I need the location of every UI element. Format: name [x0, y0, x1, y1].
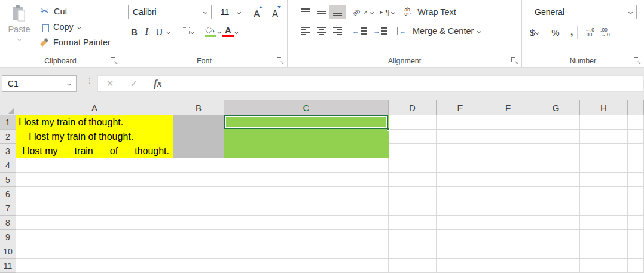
clipboard-dialog-launcher[interactable]: ↘ [110, 57, 118, 65]
cell-D4[interactable] [389, 158, 437, 173]
row-header-4[interactable]: 4 [0, 158, 16, 173]
cell-B1[interactable] [173, 115, 224, 130]
top-align-button[interactable] [297, 5, 313, 19]
fill-color-button[interactable] [205, 26, 216, 37]
cell-F5[interactable] [484, 173, 532, 187]
align-right-button[interactable] [329, 24, 346, 38]
insert-function-button[interactable]: fx [146, 78, 170, 89]
enter-button[interactable]: ✓ [122, 78, 146, 89]
cell-F6[interactable] [484, 187, 532, 201]
font-color-chevron-icon[interactable] [234, 29, 239, 33]
percent-style-button[interactable]: % [551, 27, 559, 38]
borders-chevron-icon[interactable] [190, 29, 194, 33]
cell-H7[interactable] [580, 201, 628, 216]
cell-C3[interactable] [224, 144, 389, 158]
cell-B9[interactable] [173, 230, 224, 244]
cell-partial-r3[interactable] [628, 144, 644, 158]
cell-H4[interactable] [580, 158, 628, 173]
cell-E9[interactable] [437, 230, 484, 244]
alignment-dialog-launcher[interactable]: ↘ [511, 57, 518, 65]
cell-C11[interactable] [224, 259, 389, 273]
row-header-11[interactable]: 11 [0, 259, 16, 273]
cell-E7[interactable] [437, 201, 484, 216]
cell-B10[interactable] [173, 244, 224, 259]
cell-A10[interactable] [16, 244, 173, 259]
column-header-E[interactable]: E [437, 100, 484, 115]
borders-button[interactable] [181, 27, 190, 36]
cell-F1[interactable] [484, 115, 532, 130]
increase-font-size-button[interactable]: A [249, 5, 264, 19]
cell-E6[interactable] [437, 187, 484, 201]
column-header-A[interactable]: A [16, 100, 173, 115]
cell-B6[interactable] [173, 187, 224, 201]
cell-F10[interactable] [484, 244, 532, 259]
cell-E8[interactable] [437, 216, 484, 230]
row-header-1[interactable]: 1 [0, 115, 16, 130]
cell-E5[interactable] [437, 173, 484, 187]
cell-H5[interactable] [580, 173, 628, 187]
column-header-D[interactable]: D [389, 100, 437, 115]
cell-G3[interactable] [532, 144, 580, 158]
formula-input[interactable] [174, 76, 643, 91]
cell-H3[interactable] [580, 144, 628, 158]
cell-G11[interactable] [532, 259, 580, 273]
cell-G7[interactable] [532, 201, 580, 216]
align-center-button[interactable] [313, 24, 329, 38]
row-header-2[interactable]: 2 [0, 130, 16, 144]
cell-B7[interactable] [173, 201, 224, 216]
font-family-select[interactable]: Calibri [128, 5, 212, 19]
row-header-10[interactable]: 10 [0, 244, 16, 259]
increase-decimal-button[interactable]: ←.0 .00 [585, 27, 594, 38]
cell-G10[interactable] [532, 244, 580, 259]
cell-H2[interactable] [580, 130, 628, 144]
paste-button[interactable]: Paste [4, 3, 34, 50]
cell-E4[interactable] [437, 158, 484, 173]
underline-button[interactable]: U [153, 27, 166, 37]
cell-A9[interactable] [16, 230, 173, 244]
font-color-button[interactable]: A [222, 26, 234, 37]
column-header-B[interactable]: B [173, 100, 224, 115]
bottom-align-button[interactable] [329, 5, 346, 19]
cell-partial-r2[interactable] [628, 130, 644, 144]
font-dialog-launcher[interactable]: ↘ [276, 57, 284, 65]
cell-F4[interactable] [484, 158, 532, 173]
cell-F8[interactable] [484, 216, 532, 230]
cell-E3[interactable] [437, 144, 484, 158]
cell-H1[interactable] [580, 115, 628, 130]
cell-partial-r6[interactable] [628, 187, 644, 201]
cell-partial-r1[interactable] [628, 115, 644, 130]
cell-A3[interactable]: I lost mytrainofthought. [16, 144, 173, 158]
cell-C1[interactable] [224, 115, 389, 130]
cell-D3[interactable] [389, 144, 437, 158]
cell-G8[interactable] [532, 216, 580, 230]
cell-D5[interactable] [389, 173, 437, 187]
cell-D6[interactable] [389, 187, 437, 201]
cell-H11[interactable] [580, 259, 628, 273]
cell-F9[interactable] [484, 230, 532, 244]
row-header-8[interactable]: 8 [0, 216, 16, 230]
row-header-6[interactable]: 6 [0, 187, 16, 201]
cell-F7[interactable] [484, 201, 532, 216]
cell-partial-r10[interactable] [628, 244, 644, 259]
column-header-partial[interactable] [628, 100, 644, 115]
cell-A4[interactable] [16, 158, 173, 173]
comma-style-button[interactable]: , [570, 26, 573, 38]
cell-C4[interactable] [224, 158, 389, 173]
merge-center-button[interactable]: ↔ Merge & Center [397, 26, 481, 36]
row-header-5[interactable]: 5 [0, 173, 16, 187]
row-header-9[interactable]: 9 [0, 230, 16, 244]
middle-align-button[interactable] [313, 5, 329, 19]
name-box[interactable]: C1 [2, 75, 77, 92]
cell-A1[interactable]: I lost my train of thought. [16, 115, 173, 130]
cell-partial-r5[interactable] [628, 173, 644, 187]
select-all-button[interactable] [0, 100, 16, 115]
cell-C8[interactable] [224, 216, 389, 230]
cell-B8[interactable] [173, 216, 224, 230]
cell-A11[interactable] [16, 259, 173, 273]
row-header-7[interactable]: 7 [0, 201, 16, 216]
fill-color-chevron-icon[interactable] [217, 29, 221, 33]
cell-A8[interactable] [16, 216, 173, 230]
cell-C2[interactable] [224, 130, 389, 144]
column-header-G[interactable]: G [532, 100, 580, 115]
cell-A5[interactable] [16, 173, 173, 187]
